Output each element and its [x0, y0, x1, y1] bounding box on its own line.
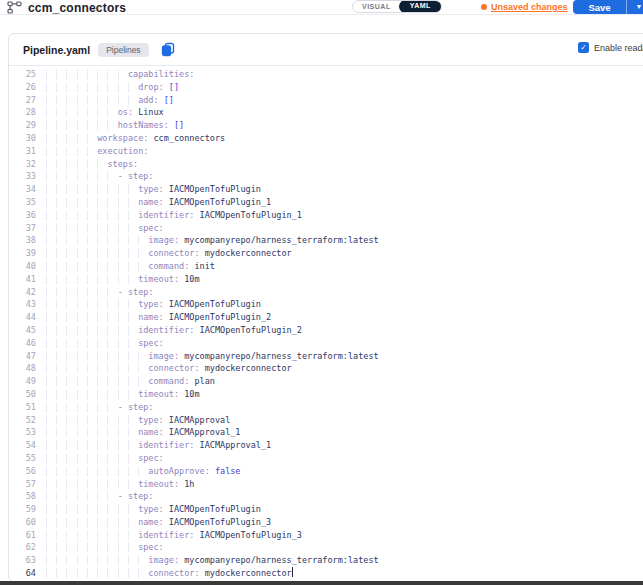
code-line[interactable]: 42 - step:	[9, 286, 643, 299]
code-line[interactable]: 33 - step:	[9, 170, 643, 183]
code-line-text: timeout: 1h	[46, 478, 194, 491]
code-line[interactable]: 58 - step:	[9, 490, 643, 503]
code-line-text: spec:	[46, 541, 164, 554]
code-line[interactable]: 46 spec:	[9, 337, 643, 350]
code-line[interactable]: 61 identifier: IACMOpenTofuPlugin_3	[9, 529, 643, 542]
code-line[interactable]: 60 name: IACMOpenTofuPlugin_3	[9, 516, 643, 529]
code-line[interactable]: 38 image: mycompanyrepo/harness_terrafor…	[9, 234, 643, 247]
line-number: 59	[9, 503, 36, 516]
code-line[interactable]: 51 - step:	[9, 401, 643, 414]
line-number: 43	[9, 298, 36, 311]
line-number: 33	[9, 170, 36, 183]
checkbox-checked-icon[interactable]: ✓	[578, 42, 589, 53]
code-line[interactable]: 48 connector: mydockerconnector	[9, 362, 643, 375]
code-line-text: drop: []	[46, 81, 179, 94]
save-dropdown-button[interactable]: ▼	[627, 0, 643, 14]
code-line[interactable]: 41 timeout: 10m	[9, 273, 643, 286]
code-line-text: - step:	[46, 490, 153, 503]
code-line-text: - step:	[46, 286, 153, 299]
app-window: ccm_connectors VISUAL YAML Unsaved chang…	[0, 0, 643, 585]
copy-button[interactable]	[161, 42, 175, 57]
code-line[interactable]: 43 type: IACMOpenTofuPlugin	[9, 298, 643, 311]
line-number: 48	[9, 362, 36, 375]
line-number: 64	[9, 567, 36, 580]
code-line-text: identifier: IACMOpenTofuPlugin_1	[46, 209, 302, 222]
code-line[interactable]: 62 spec:	[9, 541, 643, 554]
code-line[interactable]: 31 execution:	[9, 145, 643, 158]
code-line[interactable]: 57 timeout: 1h	[9, 478, 643, 491]
line-number: 55	[9, 452, 36, 465]
code-line[interactable]: 63 image: mycompanyrepo/harness_terrafor…	[9, 554, 643, 567]
line-number: 52	[9, 414, 36, 427]
code-line[interactable]: 39 connector: mydockerconnector	[9, 247, 643, 260]
line-number: 35	[9, 196, 36, 209]
editor-header: Pipeline.yaml Pipelines ✓ Enable read/	[9, 34, 643, 66]
code-line[interactable]: 25 capabilities:	[9, 68, 643, 81]
line-number: 61	[9, 529, 36, 542]
save-button[interactable]: Save	[573, 2, 626, 13]
code-line[interactable]: 54 identifier: IACMApproval_1	[9, 439, 643, 452]
code-line[interactable]: 53 name: IACMApproval_1	[9, 426, 643, 439]
code-line[interactable]: 55 spec:	[9, 452, 643, 465]
code-line[interactable]: 52 type: IACMApproval	[9, 414, 643, 427]
unsaved-changes: Unsaved changes	[481, 2, 568, 12]
line-number: 60	[9, 516, 36, 529]
code-line[interactable]: 64 connector: mydockerconnector	[9, 567, 643, 580]
line-number: 25	[9, 68, 36, 81]
toggle-yaml[interactable]: YAML	[399, 0, 442, 13]
line-number: 29	[9, 119, 36, 132]
line-number: 34	[9, 183, 36, 196]
code-line[interactable]: 32 steps:	[9, 158, 643, 171]
code-line-text: timeout: 10m	[46, 273, 200, 286]
toggle-visual[interactable]: VISUAL	[353, 1, 400, 12]
pipeline-title-group: ccm_connectors	[7, 0, 126, 15]
line-number: 57	[9, 478, 36, 491]
line-number: 36	[9, 209, 36, 222]
code-line[interactable]: 40 command: init	[9, 260, 643, 273]
line-number: 49	[9, 375, 36, 388]
code-line-text: autoApprove: false	[46, 465, 241, 478]
code-line[interactable]: 34 type: IACMOpenTofuPlugin	[9, 183, 643, 196]
code-line-text: - step:	[46, 170, 153, 183]
line-number: 37	[9, 222, 36, 235]
unsaved-changes-link[interactable]: Unsaved changes	[491, 2, 568, 12]
code-line-text: identifier: IACMApproval_1	[46, 439, 271, 452]
code-line[interactable]: 44 name: IACMOpenTofuPlugin_2	[9, 311, 643, 324]
code-line[interactable]: 45 identifier: IACMOpenTofuPlugin_2	[9, 324, 643, 337]
code-line[interactable]: 56 autoApprove: false	[9, 465, 643, 478]
code-line[interactable]: 30 workspace: ccm_connectors	[9, 132, 643, 145]
code-line-text: connector: mydockerconnector	[46, 362, 292, 375]
line-number: 27	[9, 94, 36, 107]
code-line[interactable]: 49 command: plan	[9, 375, 643, 388]
line-number: 28	[9, 106, 36, 119]
code-line[interactable]: 37 spec:	[9, 222, 643, 235]
code-line-text: add: []	[46, 94, 174, 107]
code-line-text: command: plan	[46, 375, 215, 388]
code-line[interactable]: 59 type: IACMOpenTofuPlugin	[9, 503, 643, 516]
line-number: 40	[9, 260, 36, 273]
readonly-toggle[interactable]: ✓ Enable read/	[578, 42, 643, 53]
code-line-text: timeout: 10m	[46, 388, 200, 401]
code-line[interactable]: 35 name: IACMOpenTofuPlugin_1	[9, 196, 643, 209]
code-line[interactable]: 36 identifier: IACMOpenTofuPlugin_1	[9, 209, 643, 222]
line-number: 32	[9, 158, 36, 171]
code-line[interactable]: 29 hostNames: []	[9, 119, 643, 132]
line-number: 42	[9, 286, 36, 299]
code-line[interactable]: 50 timeout: 10m	[9, 388, 643, 401]
window-bottom-edge	[0, 581, 643, 585]
code-line-text: name: IACMOpenTofuPlugin_3	[46, 516, 271, 529]
line-number: 63	[9, 554, 36, 567]
code-line-text: type: IACMApproval	[46, 414, 230, 427]
code-area[interactable]: 25 capabilities:26 drop: []27 add: []28 …	[9, 66, 643, 580]
code-line-text: workspace: ccm_connectors	[46, 132, 225, 145]
entity-type-badge: Pipelines	[98, 43, 149, 57]
code-line[interactable]: 47 image: mycompanyrepo/harness_terrafor…	[9, 350, 643, 363]
unsaved-dot-icon	[481, 4, 487, 10]
yaml-editor-panel: Pipeline.yaml Pipelines ✓ Enable read/ 2…	[8, 33, 643, 582]
code-line[interactable]: 26 drop: []	[9, 81, 643, 94]
code-line[interactable]: 28 os: Linux	[9, 106, 643, 119]
line-number: 51	[9, 401, 36, 414]
code-line-text: name: IACMOpenTofuPlugin_2	[46, 311, 271, 324]
line-number: 31	[9, 145, 36, 158]
code-line[interactable]: 27 add: []	[9, 94, 643, 107]
